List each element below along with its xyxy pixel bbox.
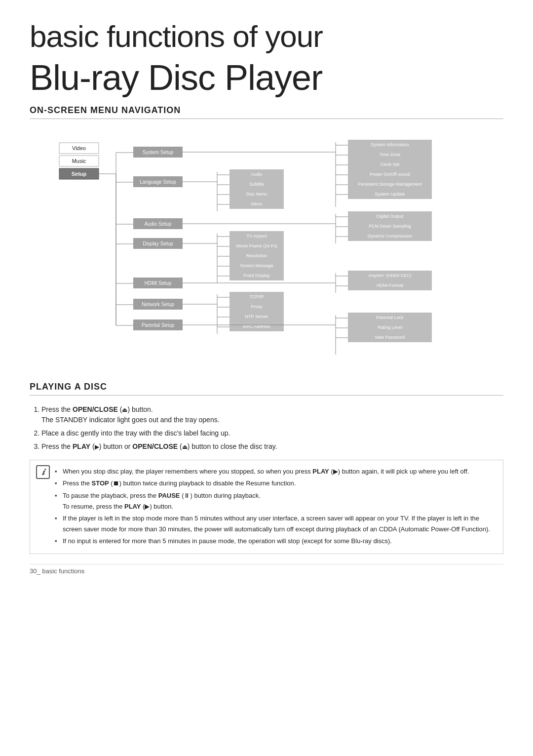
svg-text:Network Setup: Network Setup (142, 302, 174, 307)
notes-list: When you stop disc play, the player reme… (55, 466, 496, 547)
svg-text:System Setup: System Setup (143, 150, 174, 155)
svg-text:Proxy: Proxy (251, 304, 263, 309)
step3-bold1: PLAY (73, 442, 90, 450)
svg-text:Anynet+ (HDMI-CEC): Anynet+ (HDMI-CEC) (369, 273, 412, 278)
svg-text:Subtitle: Subtitle (249, 182, 264, 187)
note-5: If no input is entered for more than 5 m… (55, 536, 496, 547)
svg-text:Movie Frame (24 Fs): Movie Frame (24 Fs) (236, 243, 277, 248)
step1-bold1: OPEN/CLOSE (73, 405, 118, 413)
svg-text:System Update: System Update (375, 192, 405, 197)
svg-text:Digital Output: Digital Output (377, 214, 404, 219)
note-box: 𝒊 When you stop disc play, the player re… (30, 460, 503, 554)
note-1: When you stop disc play, the player reme… (55, 466, 496, 477)
svg-text:Parental Lock: Parental Lock (376, 315, 404, 320)
note-3: To pause the playback, press the PAUSE (… (55, 490, 496, 512)
menu-diagram: Video Music Setup System Setup System In… (30, 128, 503, 367)
section2-title: Playing a Disc (30, 382, 503, 396)
svg-text:Time Zone: Time Zone (380, 152, 401, 157)
svg-text:TV Aspect: TV Aspect (246, 234, 267, 239)
section1-title: On-Screen Menu Navigation (30, 105, 503, 119)
svg-text:Music: Music (72, 158, 86, 164)
svg-text:New Password: New Password (375, 335, 405, 340)
svg-text:System Information: System Information (371, 142, 409, 147)
steps-list: Press the OPEN/CLOSE (⏏) button. The STA… (41, 404, 503, 452)
svg-text:Parental Setup: Parental Setup (142, 322, 175, 328)
svg-text:Front Display: Front Display (243, 273, 270, 278)
svg-text:HDMI Format: HDMI Format (377, 283, 403, 288)
page-title: basic functions of your Blu-ray Disc Pla… (30, 20, 503, 97)
svg-text:Display Setup: Display Setup (143, 241, 173, 246)
svg-text:Language Setup: Language Setup (140, 179, 176, 185)
step3-bold2: OPEN/CLOSE (132, 442, 178, 450)
svg-text:Video: Video (72, 145, 86, 151)
svg-text:Menu: Menu (251, 201, 263, 206)
svg-text:HDMI Setup: HDMI Setup (145, 280, 172, 286)
svg-text:Power On/Off sound: Power On/Off sound (370, 172, 410, 177)
svg-text:Audio Setup: Audio Setup (145, 221, 172, 227)
step1-subtext: The STANDBY indicator light goes out and… (41, 416, 220, 424)
note-icon: 𝒊 (36, 465, 50, 479)
svg-text:Clock Set: Clock Set (381, 162, 400, 167)
svg-text:PCM Down Sampling: PCM Down Sampling (369, 224, 411, 229)
page-footer: 30_ basic functions (30, 564, 503, 575)
svg-text:Dynamic Compression: Dynamic Compression (368, 234, 413, 239)
svg-text:Persistent Storage Management: Persistent Storage Management (358, 182, 422, 187)
svg-text:Resolution: Resolution (246, 253, 267, 258)
playing-section: Press the OPEN/CLOSE (⏏) button. The STA… (30, 404, 503, 554)
svg-text:NTP Server: NTP Server (245, 314, 268, 319)
svg-text:Audio: Audio (251, 172, 262, 177)
step-2: Place a disc gently into the tray with t… (41, 428, 503, 438)
note-2: Press the STOP (⏹) button twice during p… (55, 478, 496, 489)
svg-text:TCP/IP: TCP/IP (249, 294, 264, 299)
step-3: Press the PLAY (▶) button or OPEN/CLOSE … (41, 441, 503, 452)
svg-text:Rating Level: Rating Level (378, 325, 402, 330)
step-1: Press the OPEN/CLOSE (⏏) button. The STA… (41, 404, 503, 425)
note-4: If the player is left in the stop mode m… (55, 513, 496, 535)
svg-text:Setup: Setup (72, 171, 87, 177)
svg-text:Disc Menu: Disc Menu (246, 192, 267, 197)
svg-text:Screen Message: Screen Message (240, 263, 273, 268)
